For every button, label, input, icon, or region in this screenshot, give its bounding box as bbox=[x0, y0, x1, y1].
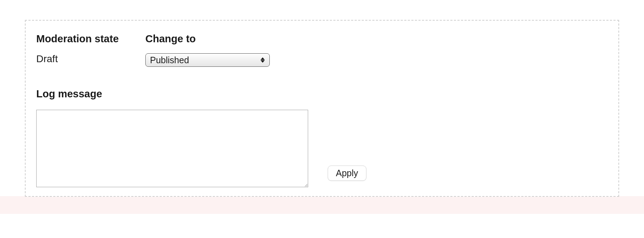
change-to-select[interactable]: Published bbox=[145, 53, 270, 67]
change-to-select-wrapper: Published bbox=[145, 53, 270, 67]
moderation-state-col: Moderation state Draft bbox=[36, 33, 119, 65]
log-message-textarea[interactable] bbox=[36, 110, 308, 187]
log-col: Log message bbox=[36, 88, 308, 187]
moderation-row: Moderation state Draft Change to Publish… bbox=[36, 33, 608, 67]
change-to-col: Change to Published bbox=[145, 33, 270, 67]
moderation-panel: Moderation state Draft Change to Publish… bbox=[25, 20, 619, 197]
moderation-state-value: Draft bbox=[36, 53, 119, 65]
bottom-strip bbox=[0, 196, 644, 214]
log-message-label: Log message bbox=[36, 88, 308, 100]
change-to-label: Change to bbox=[145, 33, 270, 45]
apply-button[interactable]: Apply bbox=[328, 166, 366, 181]
log-section: Log message Apply bbox=[36, 88, 608, 187]
moderation-state-label: Moderation state bbox=[36, 33, 119, 45]
